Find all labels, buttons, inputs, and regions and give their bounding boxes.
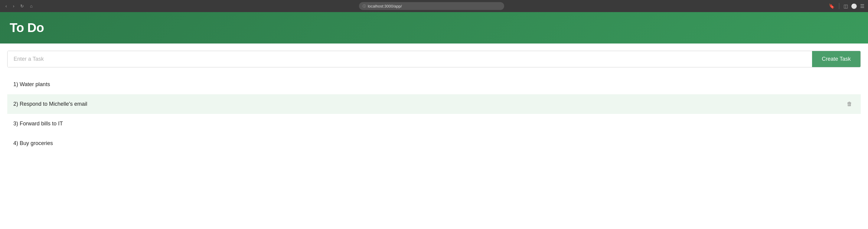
- task-input[interactable]: [7, 51, 812, 67]
- task-text: 2) Respond to Michelle's email: [13, 101, 844, 107]
- list-item: 4) Buy groceries🗑: [7, 134, 861, 153]
- main-content: Create Task 1) Water plants🗑2) Respond t…: [0, 43, 868, 160]
- app-header: To Do: [0, 12, 868, 43]
- forward-button[interactable]: ›: [11, 2, 16, 10]
- page-title: To Do: [10, 21, 858, 35]
- list-item: 1) Water plants🗑: [7, 75, 861, 94]
- address-bar-container: ⓘ localhost:3000/app/: [37, 2, 826, 10]
- task-text: 4) Buy groceries: [13, 140, 844, 146]
- task-text: 3) Forward bills to IT: [13, 121, 844, 127]
- bookmark-icon[interactable]: 🔖: [829, 3, 835, 9]
- task-input-row: Create Task: [7, 51, 861, 67]
- list-item: 3) Forward bills to IT🗑: [7, 114, 861, 134]
- task-text: 1) Water plants: [13, 81, 844, 88]
- back-button[interactable]: ‹: [4, 2, 9, 10]
- lock-icon: ⓘ: [363, 4, 366, 8]
- extensions-icon[interactable]: ◫: [843, 3, 848, 9]
- delete-task-button[interactable]: 🗑: [844, 100, 855, 108]
- home-button[interactable]: ⌂: [28, 2, 34, 10]
- menu-icon[interactable]: ☰: [860, 3, 864, 9]
- divider: [839, 3, 839, 9]
- profile-icon[interactable]: ⚪: [851, 3, 857, 9]
- list-item: 2) Respond to Michelle's email🗑: [7, 94, 861, 114]
- url-text: localhost:3000/app/: [368, 4, 402, 8]
- address-bar[interactable]: ⓘ localhost:3000/app/: [359, 2, 504, 10]
- browser-chrome: ‹ › ↻ ⌂ ⓘ localhost:3000/app/ 🔖 ◫ ⚪ ☰: [0, 0, 868, 12]
- task-list: 1) Water plants🗑2) Respond to Michelle's…: [7, 75, 861, 153]
- reload-button[interactable]: ↻: [19, 2, 26, 10]
- create-task-button[interactable]: Create Task: [812, 51, 861, 67]
- browser-right-icons: 🔖 ◫ ⚪ ☰: [829, 3, 864, 9]
